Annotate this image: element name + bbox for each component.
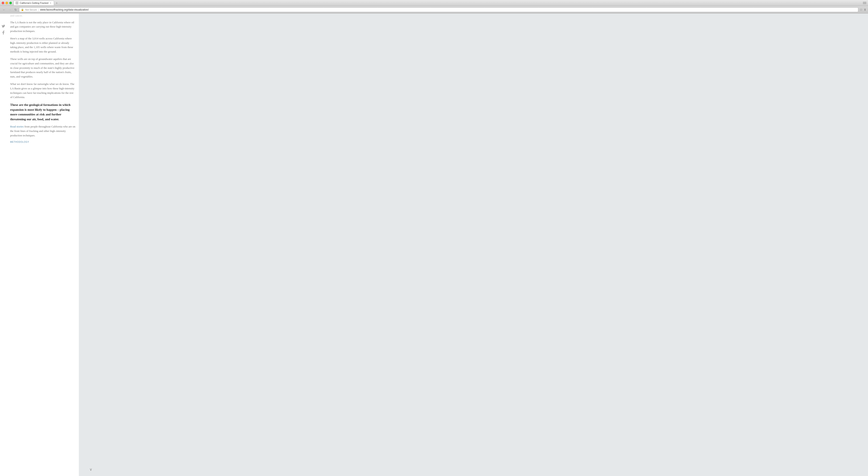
new-tab-button[interactable]: + xyxy=(55,1,58,5)
forward-button[interactable]: → xyxy=(8,8,12,12)
tab-title: California's Getting Fracked xyxy=(20,2,48,4)
article-read-stories: Read stories from people throughout Cali… xyxy=(10,125,75,138)
article-para2: Here's a map of the 3,014 wells across C… xyxy=(10,36,75,54)
svg-rect-1 xyxy=(863,3,866,3)
close-button[interactable] xyxy=(2,2,4,4)
refresh-button[interactable]: ↻ xyxy=(13,8,18,12)
content-area: and cancer. The LA Basin is not the only… xyxy=(0,13,868,476)
share-button[interactable]: ⬆ xyxy=(864,8,866,11)
active-tab[interactable]: California's Getting Fracked ✕ xyxy=(13,1,54,5)
article-fade-top: and cancer. xyxy=(10,13,75,18)
security-label: Not Secure xyxy=(25,8,37,11)
window-controls-icon xyxy=(863,2,866,4)
scroll-down-hint[interactable]: ∨ xyxy=(89,467,92,472)
social-sidebar xyxy=(0,13,7,476)
article-text-panel: and cancer. The LA Basin is not the only… xyxy=(7,13,79,476)
facebook-share-button[interactable] xyxy=(1,31,5,35)
url-separator: | xyxy=(38,8,39,11)
maximize-button[interactable] xyxy=(9,2,12,4)
article-para4: What we don't know far outweighs what we… xyxy=(10,82,75,100)
tab-favicon xyxy=(16,1,19,4)
url-text: www.facesoffracking.org/data-visualizati… xyxy=(40,8,89,11)
traffic-lights xyxy=(2,2,12,4)
map-panel: Sacramento San Francisco Los Angeles xyxy=(79,13,868,476)
methodology-link[interactable]: METHODOLOGY xyxy=(10,141,75,143)
read-stories-link[interactable]: Read stories xyxy=(10,125,24,128)
map-terrain-background xyxy=(79,13,868,476)
twitter-share-button[interactable] xyxy=(1,24,5,28)
tab-bar: California's Getting Fracked ✕ + xyxy=(13,1,858,5)
lock-icon: 🔒 xyxy=(21,8,24,11)
url-field[interactable]: 🔒 Not Secure | www.facesoffracking.org/d… xyxy=(19,7,858,12)
back-button[interactable]: ← xyxy=(2,8,6,12)
article-para1: The LA Basin is not the only place in Ca… xyxy=(10,20,75,33)
article-para3: These wells are on top of groundwater aq… xyxy=(10,57,75,79)
article-bold-para: These are the geological formations in w… xyxy=(10,102,75,122)
tab-close-button[interactable]: ✕ xyxy=(50,2,51,4)
svg-rect-2 xyxy=(863,4,866,4)
urlbar: ← → ↻ 🔒 Not Secure | www.facesoffracking… xyxy=(0,6,868,13)
browser-window: California's Getting Fracked ✕ + ← → ↻ 🔒… xyxy=(0,0,868,476)
minimize-button[interactable] xyxy=(5,2,8,4)
svg-rect-0 xyxy=(863,2,866,2)
titlebar: California's Getting Fracked ✕ + xyxy=(0,0,868,6)
bookmark-button[interactable]: ☆ xyxy=(860,8,863,12)
